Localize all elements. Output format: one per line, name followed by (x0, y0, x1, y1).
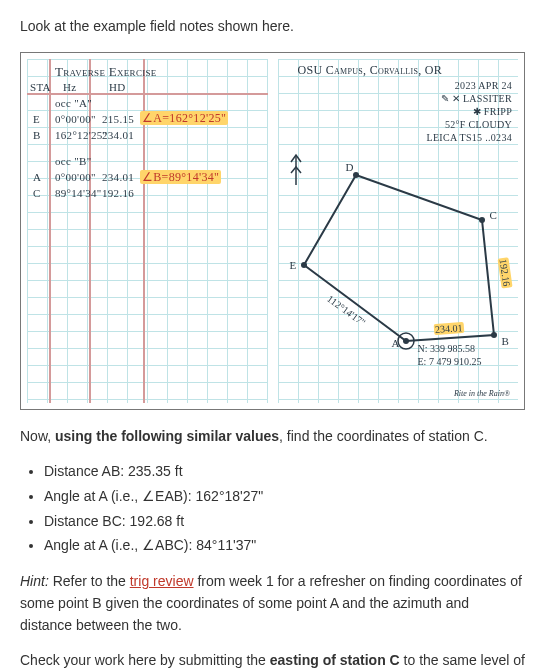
len-bc: 192.16 (495, 257, 514, 288)
trig-review-link[interactable]: trig review (130, 573, 194, 589)
occupy-a-header: occ "A" (55, 95, 92, 112)
transition-text: Now, using the following similar values,… (20, 426, 525, 448)
notes-right-sheet: OSU Campus, Corvallis, OR 2023 APR 24 ✎ … (278, 59, 519, 403)
cell: 162°12'25" (55, 127, 107, 144)
len-ab: 234.01 (433, 320, 464, 338)
given-values-list: Distance AB: 235.35 ft Angle at A (i.e.,… (44, 461, 525, 557)
given-item: Angle at A (i.e., ∠EAB): 162°18'27" (44, 486, 525, 508)
paper-credit: Rite in the Rain® (454, 388, 510, 400)
meta-fripp: ✱ FRIPP (473, 105, 512, 118)
meta-date: 2023 APR 24 (455, 79, 512, 92)
svg-point-4 (479, 217, 485, 223)
cell: 192.16 (102, 185, 134, 202)
field-notes-figure: Traverse Exercise STA Hz HD occ "A" E 0°… (20, 52, 525, 410)
location-title: OSU Campus, Corvallis, OR (298, 61, 443, 80)
intro-text: Look at the example field notes shown he… (20, 16, 525, 38)
svg-point-6 (301, 262, 307, 268)
meta-weather: 52°F CLOUDY (445, 118, 512, 131)
col-hz: Hz (63, 79, 76, 96)
cell: 215.15 (102, 111, 134, 128)
cell: 234.01 (102, 127, 134, 144)
given-item: Distance AB: 235.35 ft (44, 461, 525, 483)
cell: A (33, 169, 41, 186)
meta-names: ✎ ✕ LASSITER (441, 92, 512, 105)
notes-left-sheet: Traverse Exercise STA Hz HD occ "A" E 0°… (27, 59, 268, 403)
pt-B: B (502, 333, 509, 350)
svg-marker-1 (304, 175, 494, 341)
given-item: Distance BC: 192.68 ft (44, 511, 525, 533)
cell: E (33, 111, 40, 128)
occupy-b-header: occ "B" (55, 153, 91, 170)
traverse-svg (284, 145, 519, 375)
col-hd: HD (109, 79, 126, 96)
check-work-text: Check your work here by submitting the e… (20, 650, 525, 670)
coord-e: E: 7 479 910.25 (418, 354, 482, 370)
cell: B (33, 127, 41, 144)
pt-D: D (346, 159, 354, 176)
pt-C: C (490, 207, 497, 224)
svg-point-2 (403, 338, 409, 344)
angle-a-annotation: ∠A=162°12'25" (140, 109, 228, 128)
cell: 89°14'34" (55, 185, 102, 202)
cell: 0°00'00" (55, 111, 96, 128)
svg-point-3 (491, 332, 497, 338)
cell: C (33, 185, 41, 202)
angle-b-annotation: ∠B=89°14'34" (140, 168, 221, 187)
given-item: Angle at A (i.e., ∠ABC): 84°11'37" (44, 535, 525, 557)
cell: 0°00'00" (55, 169, 96, 186)
pt-E: E (290, 257, 297, 274)
cell: 234.01 (102, 169, 134, 186)
col-sta: STA (30, 79, 51, 96)
pt-A: A (392, 335, 400, 352)
hint-text: Hint: Refer to the trig review from week… (20, 571, 525, 636)
meta-instrument: LEICA TS15 ..0234 (427, 131, 512, 144)
traverse-plot: A B C D E 192.16 234.01 112°14'17" N: 33… (284, 145, 513, 383)
